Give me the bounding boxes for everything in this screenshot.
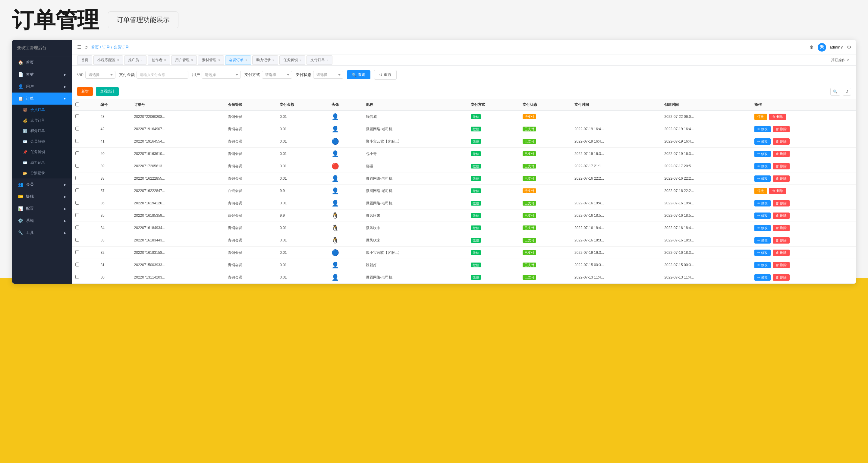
sidebar-item-system[interactable]: ⚙️ 系统 ▶	[12, 215, 72, 227]
row-checkbox[interactable]	[75, 250, 79, 254]
material-icon: 📄	[18, 72, 23, 77]
sidebar-subitem-member-unlock[interactable]: ✉️ 会员解锁	[12, 136, 72, 147]
menu-icon[interactable]: ☰	[77, 44, 82, 50]
sidebar-item-user[interactable]: 👤 用户 ▶	[12, 81, 72, 93]
tab-close-task-unlock[interactable]: ×	[300, 59, 301, 62]
delete-button[interactable]: 🗑 删除	[773, 126, 789, 132]
row-checkbox[interactable]	[75, 188, 79, 192]
row-checkbox[interactable]	[75, 127, 79, 130]
row-checkbox[interactable]	[75, 213, 79, 217]
edit-button[interactable]: ✏ 修改	[754, 262, 771, 268]
query-button[interactable]: 🔍 查询	[347, 70, 370, 79]
edit-button[interactable]: ✏ 修改	[754, 126, 771, 132]
reset-button[interactable]: ↺ 重置	[374, 70, 397, 80]
sidebar-item-home[interactable]: 🏠 首页	[12, 56, 72, 68]
tab-close-miniprogram[interactable]: ×	[117, 59, 119, 62]
row-checkbox[interactable]	[75, 139, 79, 143]
delete-icon[interactable]: 🗑	[809, 44, 814, 50]
tab-close-user-manage[interactable]: ×	[191, 59, 193, 62]
row-checkbox[interactable]	[75, 151, 79, 155]
row-checkbox[interactable]	[75, 114, 79, 118]
tab-user-manage[interactable]: 用户管理×	[171, 56, 197, 65]
row-checkbox[interactable]	[75, 176, 79, 180]
filter-pay-method-select[interactable]: 请选择	[262, 71, 292, 79]
sidebar-item-tools[interactable]: 🔧 工具 ▶	[12, 227, 72, 239]
cell-action: ✏ 修改 🗑 删除	[751, 197, 856, 210]
edit-button[interactable]: ✏ 修改	[754, 225, 771, 231]
add-button[interactable]: 新增	[77, 87, 93, 96]
row-checkbox[interactable]	[75, 238, 79, 242]
delete-button[interactable]: 🗑 删除	[769, 114, 786, 120]
row-checkbox[interactable]	[75, 275, 79, 279]
tab-close-assist-record[interactable]: ×	[273, 59, 274, 62]
edit-button[interactable]: ✏ 修改	[754, 151, 771, 157]
sidebar-item-order[interactable]: 📋 订单 ▼	[12, 93, 72, 104]
row-checkbox[interactable]	[75, 263, 79, 267]
pause-button[interactable]: 停改	[754, 188, 767, 194]
delete-button[interactable]: 🗑 删除	[773, 151, 789, 157]
sidebar-item-withdraw[interactable]: 💳 提现 ▶	[12, 190, 72, 203]
search-icon-btn[interactable]: 🔍	[830, 88, 840, 96]
settings-icon[interactable]: ⚙	[847, 44, 851, 50]
sidebar-subitem-task-unlock[interactable]: 📌 任务解锁	[12, 147, 72, 157]
tab-material-manage[interactable]: 素材管理×	[198, 56, 224, 65]
edit-button[interactable]: ✏ 修改	[754, 237, 771, 244]
delete-button[interactable]: 🗑 删除	[773, 138, 789, 145]
stats-button[interactable]: 查看统计	[96, 87, 119, 96]
tab-miniprogram[interactable]: 小程序配置×	[93, 56, 123, 65]
refresh-icon[interactable]: ↺	[84, 45, 88, 50]
edit-button[interactable]: ✏ 修改	[754, 138, 771, 145]
delete-button[interactable]: 🗑 删除	[773, 213, 789, 219]
tab-member-order[interactable]: 会员订单×	[225, 56, 251, 65]
page-title: 订单管理	[12, 9, 99, 31]
row-checkbox[interactable]	[75, 164, 79, 167]
pause-button[interactable]: 停改	[754, 114, 767, 120]
sidebar-subitem-points-order[interactable]: 🔢 积分订单	[12, 126, 72, 136]
edit-button[interactable]: ✏ 修改	[754, 274, 771, 281]
edit-button[interactable]: ✏ 修改	[754, 163, 771, 169]
filter-vip-select[interactable]: 请选择	[85, 71, 116, 79]
edit-button[interactable]: ✏ 修改	[754, 213, 771, 219]
delete-button[interactable]: 🗑 删除	[773, 250, 789, 256]
tab-promoter[interactable]: 推广员×	[124, 56, 147, 65]
sidebar-item-member[interactable]: 👥 会员 ▶	[12, 179, 72, 190]
delete-button[interactable]: 🗑 删除	[773, 237, 789, 244]
tab-assist-record[interactable]: 助力记录×	[252, 56, 278, 65]
sidebar-item-config[interactable]: 📊 配置 ▶	[12, 203, 72, 215]
cell-nickname: 微圆网络-老司机	[363, 123, 468, 135]
tab-close-material-manage[interactable]: ×	[218, 59, 220, 62]
edit-button[interactable]: ✏ 修改	[754, 176, 771, 182]
tab-close-creator[interactable]: ×	[164, 59, 166, 62]
cell-create-time: 2022-07-13 11:4...	[661, 271, 751, 284]
tab-payment-order[interactable]: 支付订单×	[307, 56, 333, 65]
tabs-more[interactable]: 其它操作 ∨	[829, 56, 851, 64]
delete-button[interactable]: 🗑 删除	[769, 188, 786, 194]
tab-creator[interactable]: 创作者×	[148, 56, 170, 65]
tab-task-unlock[interactable]: 任务解锁×	[279, 56, 305, 65]
delete-button[interactable]: 🗑 删除	[773, 225, 789, 231]
delete-button[interactable]: 🗑 删除	[773, 176, 789, 182]
refresh-icon-btn[interactable]: ↺	[843, 88, 851, 96]
sidebar-item-material[interactable]: 📄 素材 ▶	[12, 68, 72, 81]
tab-close-promoter[interactable]: ×	[141, 59, 143, 62]
delete-button[interactable]: 🗑 删除	[773, 200, 789, 207]
row-checkbox[interactable]	[75, 225, 79, 229]
filter-amount-input[interactable]	[136, 71, 188, 79]
sidebar-subitem-payment-order[interactable]: 💰 支付订单	[12, 115, 72, 126]
user-name[interactable]: admin∨	[830, 45, 843, 50]
edit-button[interactable]: ✏ 修改	[754, 200, 771, 207]
sidebar-subitem-assist[interactable]: ✉️ 助力记录	[12, 157, 72, 168]
tab-close-payment-order[interactable]: ×	[327, 59, 329, 62]
sidebar-subitem-split[interactable]: 📂 分润记录	[12, 168, 72, 179]
delete-button[interactable]: 🗑 删除	[773, 163, 789, 169]
row-checkbox[interactable]	[75, 201, 79, 205]
tab-close-member-order[interactable]: ×	[245, 59, 247, 62]
filter-user-select[interactable]: 请选择	[202, 71, 241, 79]
tab-home[interactable]: 首页	[77, 56, 92, 65]
select-all-checkbox[interactable]	[75, 102, 79, 106]
edit-button[interactable]: ✏ 修改	[754, 250, 771, 256]
sidebar-subitem-member-order[interactable]: 🐻 会员订单	[12, 104, 72, 115]
delete-button[interactable]: 🗑 删除	[773, 274, 789, 281]
filter-pay-status-select[interactable]: 请选择	[313, 71, 343, 79]
delete-button[interactable]: 🗑 删除	[773, 262, 789, 268]
